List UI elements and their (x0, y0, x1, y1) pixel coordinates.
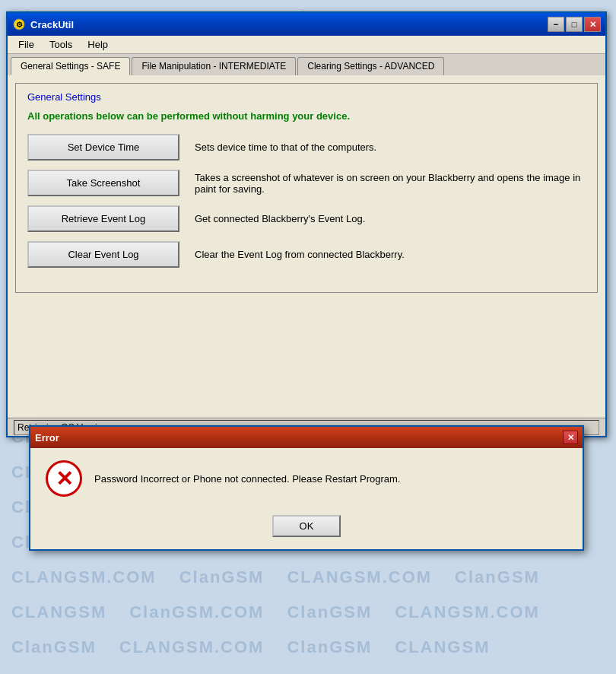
tab-clearing-settings[interactable]: Clearing Settings - ADVANCED (297, 57, 444, 75)
content-area: General Settings All operations below ca… (8, 75, 605, 418)
dialog-title-bar: Error ✕ (30, 427, 583, 448)
title-bar: ⚙ CrackUtil − □ ✕ (8, 13, 605, 36)
dialog-close-button[interactable]: ✕ (563, 431, 578, 444)
dialog-body: ✕ Password Incorrect or Phone not connec… (30, 448, 583, 509)
menu-tools[interactable]: Tools (45, 37, 77, 52)
tab-file-manipulation[interactable]: File Manipulation - INTERMEDIATE (132, 57, 296, 75)
dialog-title: Error (35, 432, 59, 444)
title-bar-left: ⚙ CrackUtil (12, 17, 74, 31)
error-x-symbol: ✕ (56, 466, 73, 491)
dialog-ok-button[interactable]: OK (272, 515, 341, 537)
menu-file[interactable]: File (14, 37, 39, 52)
menu-help[interactable]: Help (83, 37, 113, 52)
tab-general-settings[interactable]: General Settings - SAFE (11, 57, 130, 75)
dialog-message: Password Incorrect or Phone not connecte… (94, 473, 400, 485)
close-button[interactable]: ✕ (584, 17, 601, 32)
error-dialog: Error ✕ ✕ Password Incorrect or Phone no… (29, 425, 584, 551)
svg-text:⚙: ⚙ (16, 21, 23, 29)
minimize-button[interactable]: − (548, 17, 564, 32)
dialog-overlay: Error ✕ ✕ Password Incorrect or Phone no… (8, 75, 605, 425)
menu-bar: File Tools Help (8, 36, 605, 54)
tabs-bar: General Settings - SAFE File Manipulatio… (8, 54, 605, 75)
dialog-footer: OK (30, 509, 583, 549)
restore-button[interactable]: □ (566, 17, 583, 32)
title-bar-buttons: − □ ✕ (548, 17, 601, 32)
main-window: ⚙ CrackUtil − □ ✕ File Tools Help Genera… (6, 11, 607, 437)
app-icon: ⚙ (12, 17, 26, 31)
error-icon: ✕ (46, 460, 82, 497)
app-title: CrackUtil (30, 19, 74, 30)
